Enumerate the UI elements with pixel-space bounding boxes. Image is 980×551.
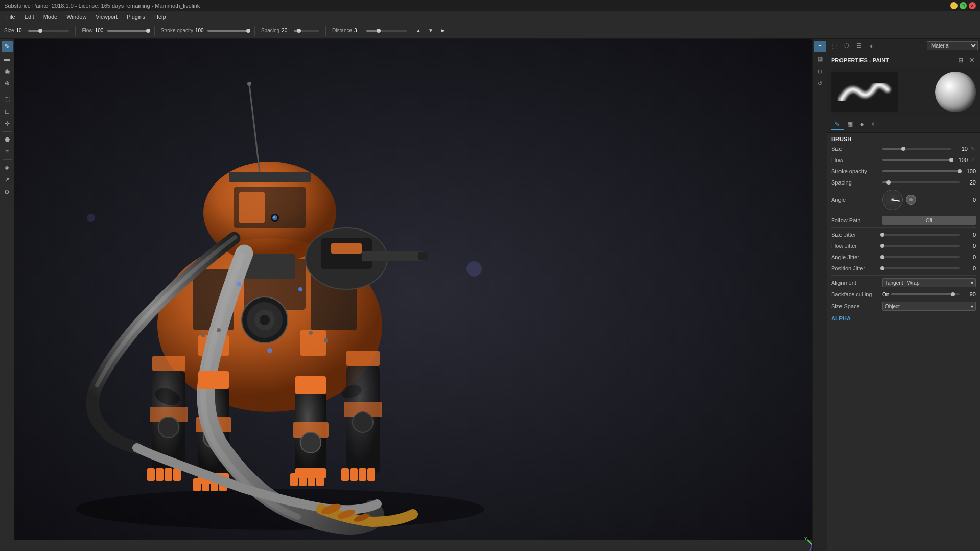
svg-rect-13 [239, 192, 265, 223]
angle-prop-value[interactable]: 0 [962, 197, 976, 203]
menu-viewport[interactable]: Viewport [91, 13, 122, 21]
layers-tab-button[interactable]: ≡ [814, 41, 826, 52]
menu-mode[interactable]: Mode [39, 13, 62, 21]
stroke-opacity-value[interactable]: 100 [195, 28, 205, 33]
stroke-opacity-label: Stroke opacity [161, 28, 193, 33]
flow-prop-value[interactable]: 100 [953, 157, 968, 163]
brush-tab-settings[interactable]: ☾ [868, 119, 880, 130]
follow-path-button[interactable]: Off [882, 216, 976, 225]
alpha-section-label: ALPHA [827, 312, 980, 323]
alignment-dropdown[interactable]: Tangent | Wrap ▾ [882, 278, 976, 287]
symmetry-y-button[interactable]: ▼ [426, 26, 436, 36]
spacing-prop-label: Spacing [831, 179, 882, 186]
spacing-value[interactable]: 20 [282, 28, 292, 33]
position-jitter-slider[interactable] [882, 267, 960, 269]
export-tool-button[interactable]: ↗ [2, 174, 13, 186]
stencil-tool-button[interactable]: ⬟ [2, 134, 13, 145]
size-value[interactable]: 10 [16, 28, 26, 33]
size-jitter-slider[interactable] [882, 234, 960, 236]
svg-rect-21 [193, 478, 201, 491]
section-separator-1 [831, 213, 976, 213]
camera-icon[interactable]: ♦ [866, 41, 876, 51]
split-view-icon[interactable]: ☰ [854, 41, 864, 51]
menu-plugins[interactable]: Plugins [123, 13, 149, 21]
brush-tab-stroke[interactable]: ✎ [831, 119, 844, 130]
stroke-opacity-slider-area: 100 [882, 168, 976, 174]
settings-tool-button[interactable]: ⚙ [2, 187, 13, 198]
3d-view-icon[interactable]: ⬚ [829, 41, 839, 51]
backface-culling-value[interactable]: 90 [962, 291, 976, 297]
position-jitter-value[interactable]: 0 [962, 265, 976, 271]
flow-value[interactable]: 100 [95, 28, 105, 33]
2d-view-icon[interactable]: ⬡ [842, 41, 852, 51]
brush-sphere-preview [935, 72, 976, 112]
layers-tool-button[interactable]: ≡ [2, 146, 13, 157]
material-mode-select[interactable]: Material Base Color Metalness Roughness [927, 41, 978, 50]
spacing-prop-value[interactable]: 20 [962, 179, 976, 186]
fill-tool-button[interactable]: ▬ [2, 53, 13, 64]
angle-wheel[interactable] [882, 190, 903, 210]
flow-group: Flow 100 [82, 28, 148, 33]
angle-jitter-value[interactable]: 0 [962, 254, 976, 260]
stroke-opacity-prop-slider[interactable] [882, 170, 960, 172]
spacing-label: Spacing [261, 28, 279, 33]
flow-slider[interactable] [107, 30, 148, 32]
bake-tool-button[interactable]: ⬚ [2, 94, 13, 105]
size-prop-value[interactable]: 10 [953, 146, 968, 152]
flow-jitter-slider[interactable] [882, 245, 960, 247]
distance-value[interactable]: 3 [354, 28, 364, 33]
svg-line-77 [807, 540, 812, 545]
flow-label: Flow [82, 28, 92, 33]
stroke-opacity-slider[interactable] [207, 30, 248, 32]
size-edit-icon[interactable]: ✎ [970, 146, 976, 152]
paint-tool-button[interactable]: ✎ [2, 41, 13, 52]
menu-edit[interactable]: Edit [20, 13, 38, 21]
close-properties-icon[interactable]: ✕ [968, 56, 976, 64]
flow-property-row: Flow 100 ✓ [827, 154, 980, 166]
history-tab-button[interactable]: ↺ [814, 78, 826, 89]
brush-tab-texture[interactable]: ▦ [844, 119, 856, 130]
flow-jitter-slider-area: 0 [882, 243, 976, 249]
symmetry-x-button[interactable]: ▲ [413, 26, 424, 36]
svg-rect-64 [295, 376, 326, 394]
menu-file[interactable]: File [2, 13, 19, 21]
expand-icon[interactable]: ⊟ [956, 56, 965, 64]
menu-window[interactable]: Window [62, 13, 90, 21]
clone-tool-button[interactable]: ⊕ [2, 78, 13, 89]
flow-jitter-value[interactable]: 0 [962, 243, 976, 249]
stroke-opacity-prop-value[interactable]: 100 [962, 168, 976, 174]
viewport-mode-icons: ⬚ ⬡ ☰ ♦ [829, 41, 876, 51]
brush-tab-material[interactable]: ● [856, 119, 868, 130]
menu-help[interactable]: Help [150, 13, 170, 21]
svg-point-69 [309, 331, 313, 335]
distance-slider[interactable] [366, 30, 407, 32]
svg-rect-29 [299, 473, 307, 486]
size-space-dropdown[interactable]: Object ▾ [882, 302, 976, 311]
separator-3 [254, 26, 255, 36]
transform-tool-button[interactable]: ✛ [2, 118, 13, 129]
flow-prop-slider[interactable] [882, 159, 951, 161]
mask-tool-button[interactable]: ◈ [2, 162, 13, 173]
spacing-slider[interactable] [294, 30, 319, 32]
viewport[interactable] [14, 39, 827, 551]
size-property-row: Size 10 ✎ [827, 143, 980, 154]
svg-point-73 [466, 261, 482, 277]
svg-rect-30 [308, 473, 315, 486]
display-tab-button[interactable]: ⊡ [814, 65, 826, 77]
minimize-button[interactable]: − [950, 2, 958, 9]
angle-jitter-slider[interactable] [882, 256, 960, 258]
flow-edit-icon[interactable]: ✓ [970, 157, 976, 163]
texture-set-tab-button[interactable]: ▦ [814, 53, 826, 64]
size-slider[interactable] [28, 30, 69, 32]
select-tool-button[interactable]: ◻ [2, 106, 13, 117]
spacing-prop-slider[interactable] [882, 181, 960, 183]
size-prop-slider[interactable] [882, 148, 951, 150]
backface-culling-slider[interactable] [891, 293, 960, 295]
symmetry-z-button[interactable]: ► [438, 26, 448, 36]
maximize-button[interactable]: □ [960, 2, 967, 9]
scene-background [14, 39, 827, 551]
size-jitter-value[interactable]: 0 [962, 232, 976, 238]
angle-handle[interactable] [906, 195, 916, 205]
smudge-tool-button[interactable]: ◉ [2, 65, 13, 77]
close-button[interactable]: × [969, 2, 976, 9]
